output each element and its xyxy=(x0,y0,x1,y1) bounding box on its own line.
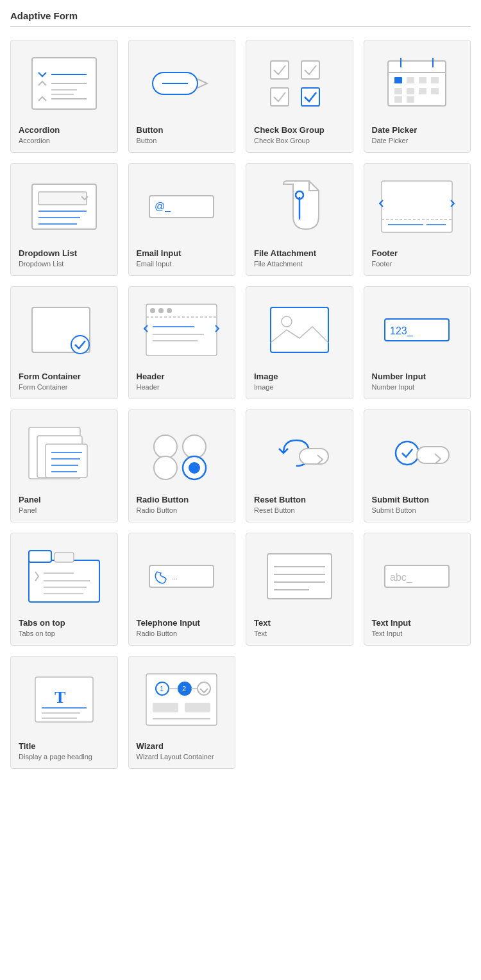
title-title: Title xyxy=(19,741,36,751)
card-image[interactable]: ImageImage xyxy=(246,286,353,399)
svg-text:2: 2 xyxy=(182,685,186,692)
card-grid: AccordionAccordion ButtonButton Check Bo… xyxy=(10,40,471,769)
button-subtitle: Button xyxy=(137,137,157,144)
panel-icon xyxy=(19,418,110,488)
card-form-container[interactable]: Form ContainerForm Container xyxy=(10,286,118,399)
reset-button-icon xyxy=(254,418,345,488)
svg-rect-22 xyxy=(419,88,426,94)
svg-text:T: T xyxy=(55,688,65,707)
page-title: Adaptive Form xyxy=(10,10,471,21)
card-title[interactable]: T TitleDisplay a page heading xyxy=(10,656,118,769)
number-input-subtitle: Number Input xyxy=(372,383,415,391)
svg-rect-27 xyxy=(38,192,87,205)
svg-rect-25 xyxy=(407,96,414,103)
card-radio-button[interactable]: Radio ButtonRadio Button xyxy=(128,409,236,522)
card-email-input[interactable]: @_ Email InputEmail Input xyxy=(128,163,236,276)
card-wizard[interactable]: 1 2 WizardWizard Layout Container xyxy=(128,656,236,769)
date-picker-title: Date Picker xyxy=(372,125,418,135)
svg-point-64 xyxy=(189,462,200,474)
svg-rect-21 xyxy=(407,88,414,94)
text-input-icon: abc_ xyxy=(372,541,463,612)
radio-button-subtitle: Radio Button xyxy=(137,506,178,514)
accordion-subtitle: Accordion xyxy=(19,137,50,144)
card-file-attachment[interactable]: File AttachmentFile Attachment xyxy=(246,163,353,276)
radio-button-icon xyxy=(137,418,228,488)
svg-rect-10 xyxy=(271,88,289,106)
telephone-input-icon: ... xyxy=(137,541,228,612)
dropdown-list-icon xyxy=(19,171,110,242)
svg-rect-67 xyxy=(417,447,449,463)
card-dropdown-list[interactable]: Dropdown ListDropdown List xyxy=(10,163,118,276)
svg-rect-24 xyxy=(394,96,402,103)
svg-point-60 xyxy=(154,435,177,458)
file-attachment-title: File Attachment xyxy=(254,248,316,258)
submit-button-title: Submit Button xyxy=(372,495,430,504)
svg-rect-49 xyxy=(271,307,328,352)
svg-rect-11 xyxy=(301,88,319,106)
svg-rect-8 xyxy=(271,61,289,79)
submit-button-icon xyxy=(372,418,463,488)
form-container-subtitle: Form Container xyxy=(19,383,67,391)
card-button[interactable]: ButtonButton xyxy=(128,40,236,153)
text-input-subtitle: Text Input xyxy=(372,630,403,637)
card-reset-button[interactable]: Reset ButtonReset Button xyxy=(246,409,353,522)
card-date-picker[interactable]: Date PickerDate Picker xyxy=(364,40,471,153)
svg-rect-89 xyxy=(146,674,217,725)
card-text-input[interactable]: abc_ Text InputText Input xyxy=(364,533,471,646)
panel-title: Panel xyxy=(19,495,41,504)
svg-rect-98 xyxy=(185,703,210,712)
svg-rect-69 xyxy=(29,551,51,562)
footer-title: Footer xyxy=(372,248,398,258)
svg-rect-41 xyxy=(146,304,217,356)
text-input-title: Text Input xyxy=(372,618,411,628)
email-input-title: Email Input xyxy=(137,248,181,258)
dropdown-list-subtitle: Dropdown List xyxy=(19,260,63,268)
file-attachment-icon xyxy=(254,171,345,242)
reset-button-subtitle: Reset Button xyxy=(254,506,295,514)
footer-icon xyxy=(372,171,463,242)
svg-rect-20 xyxy=(394,88,402,94)
card-tabs-on-top[interactable]: Tabs on topTabs on top xyxy=(10,533,118,646)
svg-point-62 xyxy=(154,456,177,479)
tabs-on-top-title: Tabs on top xyxy=(19,618,65,628)
date-picker-subtitle: Date Picker xyxy=(372,137,409,144)
panel-subtitle: Panel xyxy=(19,506,37,514)
header-title: Header xyxy=(137,372,165,381)
svg-text:1: 1 xyxy=(160,685,164,692)
accordion-icon xyxy=(19,48,110,119)
email-input-icon: @_ xyxy=(137,171,228,242)
svg-rect-77 xyxy=(267,554,332,599)
file-attachment-subtitle: File Attachment xyxy=(254,260,303,268)
svg-rect-19 xyxy=(431,77,439,83)
card-telephone-input[interactable]: ... Telephone InputRadio Button xyxy=(128,533,236,646)
svg-rect-18 xyxy=(419,77,426,83)
dropdown-list-title: Dropdown List xyxy=(19,248,77,258)
text-title: Text xyxy=(254,618,271,628)
svg-rect-16 xyxy=(394,77,402,83)
tabs-on-top-subtitle: Tabs on top xyxy=(19,630,55,637)
image-title: Image xyxy=(254,372,278,381)
svg-point-44 xyxy=(158,308,164,313)
svg-rect-23 xyxy=(431,88,439,94)
card-header[interactable]: HeaderHeader xyxy=(128,286,236,399)
card-accordion[interactable]: AccordionAccordion xyxy=(10,40,118,153)
svg-point-40 xyxy=(71,336,89,354)
svg-rect-65 xyxy=(300,449,328,464)
text-icon xyxy=(254,541,345,612)
image-subtitle: Image xyxy=(254,383,274,391)
text-subtitle: Text xyxy=(254,630,267,637)
card-number-input[interactable]: 123_ Number InputNumber Input xyxy=(364,286,471,399)
card-footer[interactable]: FooterFooter xyxy=(364,163,471,276)
svg-point-66 xyxy=(396,442,419,465)
card-panel[interactable]: PanelPanel xyxy=(10,409,118,522)
check-box-group-title: Check Box Group xyxy=(254,125,325,135)
card-submit-button[interactable]: Submit ButtonSubmit Button xyxy=(364,409,471,522)
check-box-group-subtitle: Check Box Group xyxy=(254,137,310,144)
header-subtitle: Header xyxy=(137,383,160,391)
telephone-input-title: Telephone Input xyxy=(137,618,200,628)
divider xyxy=(10,26,471,27)
title-icon: T xyxy=(19,664,110,735)
card-check-box-group[interactable]: Check Box GroupCheck Box Group xyxy=(246,40,353,153)
svg-rect-26 xyxy=(32,184,96,229)
card-text[interactable]: TextText xyxy=(246,533,353,646)
